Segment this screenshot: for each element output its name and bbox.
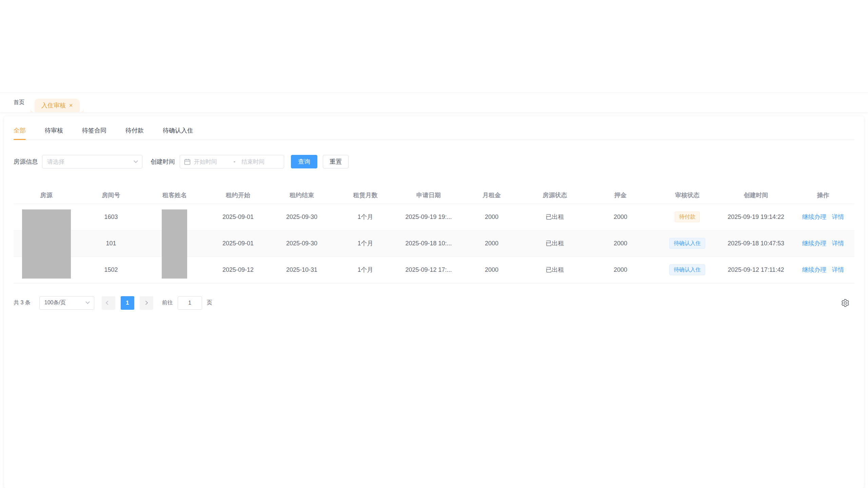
tab-3[interactable]: 待付款: [125, 126, 144, 140]
col-header-lease_start: 租约开始: [206, 187, 270, 204]
col-header-tenant: 租客姓名: [143, 187, 206, 204]
tab-4[interactable]: 待确认入住: [163, 126, 193, 140]
cell-actions: 继续办理详情: [792, 230, 854, 257]
room-image-redaction: [22, 209, 71, 279]
date-start-placeholder[interactable]: 开始时间: [194, 158, 232, 166]
audit-table-grid: 房源房间号租客姓名租约开始租约结束租赁月数申请日期月租金房源状态押金审核状态创建…: [14, 187, 854, 283]
goto-label: 前往: [162, 299, 173, 306]
col-header-created_at: 创建时间: [720, 187, 792, 204]
tab-2[interactable]: 待签合同: [82, 126, 106, 140]
pagination: 共 3 条 100条/页 1 前往 1 页: [14, 296, 854, 310]
goto-page-input[interactable]: 1: [178, 296, 202, 310]
detail-link[interactable]: 详情: [832, 240, 844, 247]
cell-apply_date: 2025-09-19 19:...: [397, 204, 460, 230]
house-select[interactable]: 请选择: [42, 155, 142, 168]
cell-months: 1个月: [334, 204, 397, 230]
cell-deposit: 2000: [587, 230, 654, 257]
top-header: [0, 0, 868, 93]
audit-status-badge: 待确认入住: [669, 264, 705, 275]
cell-room_no: 1502: [79, 257, 143, 283]
col-header-actions: 操作: [792, 187, 854, 204]
cell-created_at: 2025-09-19 19:14:22: [720, 204, 792, 230]
next-page-button[interactable]: [140, 296, 153, 310]
settings-gear-icon: [841, 299, 850, 307]
col-header-image: 房源: [14, 187, 79, 204]
date-separator: -: [232, 159, 237, 165]
cell-house_status: 已出租: [523, 230, 587, 257]
cell-rent: 2000: [460, 257, 523, 283]
cell-lease_start: 2025-09-01: [206, 204, 270, 230]
created-time-label: 创建时间: [151, 158, 175, 166]
cell-created_at: 2025-09-18 10:47:53: [720, 230, 792, 257]
cell-lease_end: 2025-09-30: [270, 204, 334, 230]
house-select-placeholder: 请选择: [47, 158, 64, 166]
chevron-right-icon: [144, 301, 148, 305]
tab-0[interactable]: 全部: [14, 126, 26, 140]
table-body: 16032025-09-012025-09-301个月2025-09-19 19…: [14, 204, 854, 283]
house-info-label: 房源信息: [14, 158, 38, 166]
continue-action-link[interactable]: 继续办理: [802, 214, 827, 220]
total-count: 共 3 条: [14, 299, 31, 306]
cell-audit_status: 待确认入住: [654, 257, 720, 283]
continue-action-link[interactable]: 继续办理: [802, 266, 827, 273]
cell-lease_end: 2025-10-31: [270, 257, 334, 283]
detail-link[interactable]: 详情: [832, 214, 844, 220]
cell-house_status: 已出租: [523, 204, 587, 230]
cell-lease_end: 2025-09-30: [270, 230, 334, 257]
cell-deposit: 2000: [587, 257, 654, 283]
filter-bar: 房源信息 请选择 创建时间 开始时间 - 结束时间 查询 重置: [14, 155, 854, 168]
table-row-1: 1012025-09-012025-09-301个月2025-09-18 10:…: [14, 230, 854, 257]
cell-audit_status: 待付款: [654, 204, 720, 230]
settings-button[interactable]: [841, 299, 850, 307]
audit-status-badge: 待确认入住: [669, 238, 705, 249]
cell-apply_date: 2025-09-12 17:...: [397, 257, 460, 283]
col-header-house_status: 房源状态: [523, 187, 587, 204]
cell-created_at: 2025-09-12 17:11:42: [720, 257, 792, 283]
tags-bar: 首页 入住审核 ×: [0, 93, 868, 112]
cell-months: 1个月: [334, 257, 397, 283]
content-card: 全部待审核待签合同待付款待确认入住 房源信息 请选择 创建时间 开始时间 - 结…: [4, 116, 864, 488]
tabs-nav: 全部待审核待签合同待付款待确认入住: [14, 126, 854, 140]
cell-actions: 继续办理详情: [792, 257, 854, 283]
page-1-button[interactable]: 1: [121, 296, 134, 310]
page-unit-label: 页: [207, 299, 212, 306]
chevron-left-icon: [106, 301, 110, 305]
chevron-down-icon: [85, 300, 90, 304]
col-header-apply_date: 申请日期: [397, 187, 460, 204]
tenant-name-redaction: [162, 209, 187, 279]
close-icon[interactable]: ×: [69, 102, 73, 108]
prev-page-button[interactable]: [102, 296, 115, 310]
search-button[interactable]: 查询: [291, 155, 317, 168]
col-header-rent: 月租金: [460, 187, 523, 204]
cell-months: 1个月: [334, 230, 397, 257]
tag-home[interactable]: 首页: [14, 99, 24, 106]
audit-table: 房源房间号租客姓名租约开始租约结束租赁月数申请日期月租金房源状态押金审核状态创建…: [14, 187, 854, 283]
col-header-audit_status: 审核状态: [654, 187, 720, 204]
cell-room_no: 101: [79, 230, 143, 257]
tag-checkin-audit-label: 入住审核: [41, 101, 66, 109]
cell-lease_start: 2025-09-12: [206, 257, 270, 283]
col-header-months: 租赁月数: [334, 187, 397, 204]
page-size-value: 100条/页: [44, 299, 66, 306]
cell-actions: 继续办理详情: [792, 204, 854, 230]
cell-apply_date: 2025-09-18 10:...: [397, 230, 460, 257]
cell-rent: 2000: [460, 230, 523, 257]
page-size-select[interactable]: 100条/页: [39, 296, 94, 310]
audit-status-badge: 待付款: [675, 211, 700, 222]
continue-action-link[interactable]: 继续办理: [802, 240, 827, 247]
col-header-lease_end: 租约结束: [270, 187, 334, 204]
detail-link[interactable]: 详情: [832, 266, 844, 273]
date-range-input[interactable]: 开始时间 - 结束时间: [180, 155, 284, 168]
calendar-icon: [184, 159, 191, 165]
chevron-down-icon: [134, 159, 138, 163]
col-header-room_no: 房间号: [79, 187, 143, 204]
tab-1[interactable]: 待审核: [45, 126, 63, 140]
table-row-2: 15022025-09-122025-10-311个月2025-09-12 17…: [14, 257, 854, 283]
page-body: 全部待审核待签合同待付款待确认入住 房源信息 请选择 创建时间 开始时间 - 结…: [0, 112, 868, 488]
col-header-deposit: 押金: [587, 187, 654, 204]
cell-lease_start: 2025-09-01: [206, 230, 270, 257]
cell-audit_status: 待确认入住: [654, 230, 720, 257]
tag-checkin-audit[interactable]: 入住审核 ×: [35, 99, 80, 112]
date-end-placeholder[interactable]: 结束时间: [237, 158, 280, 166]
reset-button[interactable]: 重置: [323, 155, 349, 168]
